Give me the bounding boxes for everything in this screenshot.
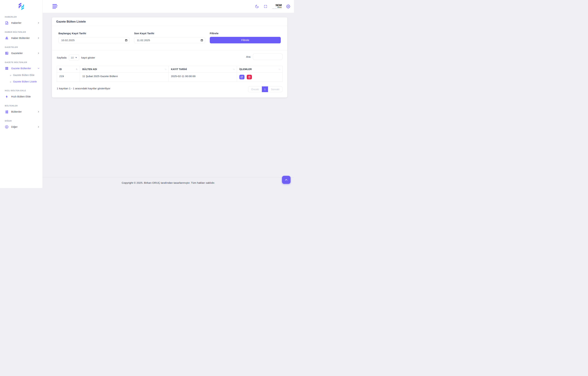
sidebar-section-bultenler: BÜLTENLER bbox=[5, 105, 38, 107]
records-info: 1 kayıttan 1 - 1 arasındaki kayıtlar gös… bbox=[57, 85, 110, 90]
end-date-input[interactable] bbox=[137, 39, 199, 42]
double-chevron-icon: » bbox=[10, 80, 11, 83]
newspaper-icon bbox=[5, 51, 9, 55]
filter-button[interactable]: Filtrele bbox=[210, 37, 281, 43]
filter-label: Filtrele bbox=[210, 32, 281, 35]
cell-bulten-adi: 11 Şubat 2025 Gazete Bülteni bbox=[80, 72, 168, 82]
sidebar-item-hizli-bulten-ekle[interactable]: Hızlı Bülten Ekle bbox=[0, 93, 42, 100]
chevron-up-icon bbox=[284, 178, 288, 182]
cell-id: 219 bbox=[57, 72, 80, 82]
table-zone: Sayfada 10 kayıt göster Ara: bbox=[52, 50, 287, 98]
dark-mode-moon-icon[interactable] bbox=[255, 4, 259, 9]
column-header-kayit-tarihi[interactable]: KAYIT TARİHİ ↑↓ bbox=[168, 66, 237, 72]
calendar-icon[interactable] bbox=[125, 39, 127, 42]
trash-icon bbox=[248, 76, 251, 78]
sidebar-subitem-gazete-bulten-ekle[interactable]: » Gazete Bülten Ekle bbox=[0, 72, 42, 78]
start-date-label: Başlangıç Kayıt Tarihi bbox=[58, 32, 129, 35]
sort-icon: ↑↓ bbox=[233, 68, 234, 70]
document-icon bbox=[5, 21, 9, 25]
pagination-prev-button[interactable]: Önceki bbox=[248, 87, 262, 92]
gazete-bulten-listele-card: Gazete Bülten Listele Başlangıç Kayıt Ta… bbox=[52, 17, 287, 98]
column-header-islemler[interactable]: İŞLEMLER ↑↓ bbox=[237, 66, 282, 72]
start-date-input[interactable] bbox=[61, 39, 123, 42]
search-label: Ara: bbox=[246, 55, 251, 58]
sidebar-subitem-label: Gazete Bülten Ekle bbox=[13, 74, 34, 77]
sidebar-section-diger: DİĞER bbox=[5, 120, 38, 122]
footer: Copyright © 2025. Birkan ORUÇ tarafından… bbox=[43, 177, 294, 188]
ngm-logo-text: NGM bbox=[276, 4, 282, 7]
end-date-field bbox=[134, 37, 205, 43]
sidebar-section-hizli-bulten-ekle: HIZLI BÜLTEN EKLE bbox=[5, 89, 38, 92]
sidebar-section-haber-bultenler: HABER BÜLTENLER bbox=[5, 31, 38, 33]
pagination-page-1-button[interactable]: 1 bbox=[262, 87, 268, 92]
sort-icon: ↑↓ bbox=[165, 68, 166, 70]
sort-icon: ↑↓ bbox=[279, 68, 280, 70]
sidebar-subitem-gazete-bulten-listele[interactable]: » Gazete Bülten Listele bbox=[0, 78, 42, 85]
end-date-label: Son Kayıt Tarihi bbox=[134, 32, 205, 35]
pagination-next-button[interactable]: Sonraki bbox=[268, 87, 282, 92]
app-root: HABERLER Haberler HABER BÜLTENLER bbox=[0, 0, 294, 188]
page-length-control: Sayfada 10 kayıt göster bbox=[57, 55, 95, 61]
scroll-to-top-button[interactable] bbox=[282, 176, 291, 184]
sidebar-item-label: Haber Bültenler bbox=[11, 36, 30, 40]
sort-icon: ↑↓ bbox=[76, 68, 77, 70]
sidebar-subitem-label: Gazete Bülten Listele bbox=[13, 80, 37, 83]
page-length-value: 10 bbox=[71, 56, 74, 59]
sidebar-section-gazete-bultenler: GAZETE BÜLTENLER bbox=[5, 61, 38, 63]
brand-logo-icon bbox=[18, 2, 25, 10]
ngm-flag-icon bbox=[294, 0, 294, 1]
table-header-row: ID ↑↓ BÜLTEN ADI ↑↓ KAYIT TARİHİ ↑↓ bbox=[57, 66, 283, 72]
page-title: Gazete Bülten Listele bbox=[56, 20, 283, 23]
ngm-logo-tagline: medya takip ve danışmanlık bbox=[272, 8, 282, 9]
chevron-right-icon bbox=[37, 22, 40, 24]
topbar: NGM İstanbul medya takip ve danışmanlık bbox=[43, 0, 294, 13]
main-area: NGM İstanbul medya takip ve danışmanlık … bbox=[43, 0, 294, 188]
sidebar-nav: HABERLER Haberler HABER BÜLTENLER bbox=[0, 13, 42, 188]
brand-logo[interactable] bbox=[0, 0, 42, 13]
topbar-actions: NGM İstanbul medya takip ve danışmanlık bbox=[255, 4, 290, 9]
cell-kayit-tarihi: 2025-02-11 00:00:00 bbox=[168, 72, 237, 82]
menu-toggle-icon[interactable] bbox=[52, 4, 58, 9]
length-label-after: kayıt göster bbox=[81, 56, 95, 59]
chevron-right-icon bbox=[37, 52, 40, 55]
collapse-fullscreen-icon[interactable] bbox=[263, 4, 268, 9]
list-icon bbox=[5, 110, 9, 114]
double-chevron-icon: » bbox=[10, 74, 11, 77]
sidebar-item-haberler[interactable]: Haberler bbox=[0, 20, 42, 26]
calendar-icon[interactable] bbox=[201, 39, 203, 42]
card-header: Gazete Bülten Listele bbox=[52, 17, 287, 26]
edit-pencil-icon bbox=[241, 76, 243, 78]
chevron-right-icon bbox=[37, 126, 40, 128]
table-row: 219 11 Şubat 2025 Gazete Bülteni 2025-02… bbox=[57, 72, 283, 82]
sidebar-item-gazete-bultenler[interactable]: Gazete Bültenler bbox=[0, 65, 42, 72]
start-date-field bbox=[58, 37, 129, 43]
sidebar-item-gazeteler[interactable]: Gazeteler bbox=[0, 50, 42, 57]
sidebar-item-label: Gazete Bültenler bbox=[11, 67, 31, 70]
sidebar-item-diger[interactable]: Diğer bbox=[0, 123, 42, 130]
sidebar-item-bultenler[interactable]: Bültenler bbox=[0, 108, 42, 115]
delete-button[interactable] bbox=[247, 75, 252, 79]
sidebar-item-haber-bultenler[interactable]: Haber Bültenler bbox=[0, 35, 42, 42]
ngm-logo[interactable]: NGM İstanbul medya takip ve danışmanlık bbox=[272, 4, 282, 9]
column-header-bulten-adi[interactable]: BÜLTEN ADI ↑↓ bbox=[80, 66, 168, 72]
sidebar-section-gazeteler: GAZETELER bbox=[5, 46, 38, 48]
arrow-down-circle-icon bbox=[5, 125, 9, 129]
sidebar: HABERLER Haberler HABER BÜLTENLER bbox=[0, 0, 43, 188]
table-search: Ara: bbox=[246, 54, 283, 60]
edit-button[interactable] bbox=[239, 75, 244, 79]
page-length-select[interactable]: 10 bbox=[69, 55, 79, 61]
sidebar-item-label: Hızlı Bülten Ekle bbox=[11, 95, 31, 98]
column-header-id[interactable]: ID ↑↓ bbox=[57, 66, 80, 72]
lightning-icon bbox=[5, 95, 9, 99]
sidebar-item-label: Haberler bbox=[11, 21, 21, 24]
ngm-logo-subtitle: İstanbul bbox=[272, 7, 282, 8]
table-footer: 1 kayıttan 1 - 1 arasındaki kayıtlar gös… bbox=[57, 85, 283, 92]
page-content: Gazete Bülten Listele Başlangıç Kayıt Ta… bbox=[43, 13, 294, 177]
caret-down-icon bbox=[75, 57, 77, 58]
filter-bar: Başlangıç Kayıt Tarihi Son Kayıt Tarihi bbox=[52, 26, 287, 50]
length-label-before: Sayfada bbox=[57, 56, 66, 59]
bulletins-table: ID ↑↓ BÜLTEN ADI ↑↓ KAYIT TARİHİ ↑↓ bbox=[57, 66, 283, 82]
search-input[interactable] bbox=[253, 54, 283, 60]
copyright-text: Copyright © 2025. Birkan ORUÇ tarafından… bbox=[122, 181, 215, 184]
gear-icon[interactable] bbox=[286, 4, 290, 9]
